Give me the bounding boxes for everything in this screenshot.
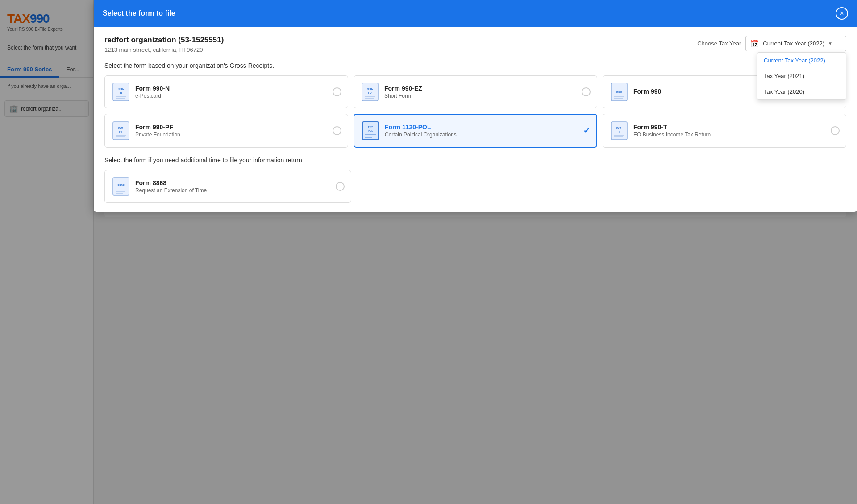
svg-text:N: N: [120, 91, 122, 95]
org-info-row: redfort organization (53-1525551) 1213 m…: [104, 36, 846, 53]
form-card-990pf[interactable]: 990- PF Form 990-PF Private Foundation: [104, 114, 348, 148]
svg-text:1120: 1120: [368, 126, 373, 128]
form-8868-name: Form 8868: [135, 179, 344, 186]
tax-year-current-value: Current Tax Year (2022): [763, 40, 824, 47]
form-990ez-icon: 990- EZ: [361, 82, 379, 102]
dropdown-option-2021[interactable]: Tax Year (2021): [757, 68, 846, 84]
modal-title: Select the form to file: [103, 9, 175, 17]
form-990pf-info: Form 990-PF Private Foundation: [135, 124, 341, 138]
svg-text:8868: 8868: [117, 184, 125, 187]
org-address-display: 1213 main strreet, california, HI 96720: [104, 46, 224, 53]
tax-year-label: Choose Tax Year: [697, 40, 741, 47]
tax-year-section: Choose Tax Year 📅 Current Tax Year (2022…: [697, 36, 846, 51]
form-card-1120pol[interactable]: 1120 POL Form 1120-POL Certain Political…: [354, 114, 597, 148]
form-8868-desc: Request an Extension of Time: [135, 187, 344, 194]
form-990pf-name: Form 990-PF: [135, 124, 341, 131]
form-990pf-icon: 990- PF: [112, 121, 130, 140]
svg-text:990-: 990-: [118, 87, 125, 91]
form-card-990ez[interactable]: 990- EZ Form 990-EZ Short Form: [354, 75, 597, 108]
form-card-8868[interactable]: 8868 Form 8868 Request an Extension of T…: [104, 170, 351, 203]
extension-subtitle: Select the form if you need additional t…: [104, 157, 846, 164]
modal-body: redfort organization (53-1525551) 1213 m…: [94, 27, 857, 212]
form-8868-info: Form 8868 Request an Extension of Time: [135, 179, 344, 194]
form-990t-radio[interactable]: [831, 126, 840, 135]
form-990ez-desc: Short Form: [384, 93, 590, 99]
svg-text:EZ: EZ: [368, 91, 372, 95]
form-990pf-radio[interactable]: [333, 126, 341, 135]
gross-receipts-subtitle: Select the form based on your organizati…: [104, 62, 846, 69]
select-form-modal: Select the form to file × redfort organi…: [94, 0, 857, 212]
form-8868-icon: 8868: [112, 177, 130, 196]
svg-text:990-: 990-: [616, 126, 622, 129]
form-990t-desc: EO Business Income Tax Return: [633, 132, 839, 138]
calendar-icon: 📅: [750, 39, 759, 48]
svg-text:PF: PF: [119, 130, 123, 133]
form-990t-icon: 990- T: [610, 121, 628, 140]
dropdown-option-2020[interactable]: Tax Year (2020): [757, 84, 846, 99]
org-name-display: redfort organization (53-1525551): [104, 36, 224, 45]
svg-text:POL: POL: [368, 129, 373, 132]
modal-header: Select the form to file ×: [94, 0, 857, 27]
form-1120pol-info: Form 1120-POL Certain Political Organiza…: [385, 124, 589, 138]
form-990n-radio[interactable]: [333, 87, 341, 96]
org-info: redfort organization (53-1525551) 1213 m…: [104, 36, 224, 53]
form-990-icon: 990: [610, 82, 628, 102]
svg-text:990: 990: [616, 90, 622, 94]
form-8868-radio[interactable]: [336, 182, 345, 191]
form-990ez-info: Form 990-EZ Short Form: [384, 85, 590, 99]
dropdown-option-2022[interactable]: Current Tax Year (2022): [757, 53, 846, 68]
chevron-down-icon: ▼: [828, 41, 832, 46]
form-1120pol-icon: 1120 POL: [362, 121, 379, 140]
form-990n-desc: e-Postcard: [135, 93, 341, 99]
checkmark-icon: ✔: [583, 126, 590, 135]
form-card-990n[interactable]: 990- N Form 990-N e-Postcard: [104, 75, 348, 108]
tax-year-dropdown: Current Tax Year (2022) Tax Year (2021) …: [757, 52, 846, 100]
svg-text:990-: 990-: [118, 126, 124, 129]
form-990t-info: Form 990-T EO Business Income Tax Return: [633, 124, 839, 138]
form-1120pol-desc: Certain Political Organizations: [385, 132, 589, 138]
tax-year-select[interactable]: 📅 Current Tax Year (2022) ▼: [745, 36, 846, 51]
form-990t-name: Form 990-T: [633, 124, 839, 131]
form-1120pol-name: Form 1120-POL: [385, 124, 589, 131]
svg-text:T: T: [618, 130, 620, 133]
form-990n-info: Form 990-N e-Postcard: [135, 85, 341, 99]
form-1120pol-check[interactable]: ✔: [583, 126, 590, 136]
form-990n-name: Form 990-N: [135, 85, 341, 92]
form-card-990t[interactable]: 990- T Form 990-T EO Business Income Tax…: [603, 114, 846, 148]
form-990n-icon: 990- N: [112, 82, 130, 102]
form-990ez-name: Form 990-EZ: [384, 85, 590, 92]
form-990ez-radio[interactable]: [582, 87, 591, 96]
svg-text:990-: 990-: [367, 87, 373, 91]
modal-close-button[interactable]: ×: [836, 7, 848, 20]
form-990pf-desc: Private Foundation: [135, 132, 341, 138]
form-cards-grid: 990- N Form 990-N e-Postcard: [104, 75, 846, 148]
